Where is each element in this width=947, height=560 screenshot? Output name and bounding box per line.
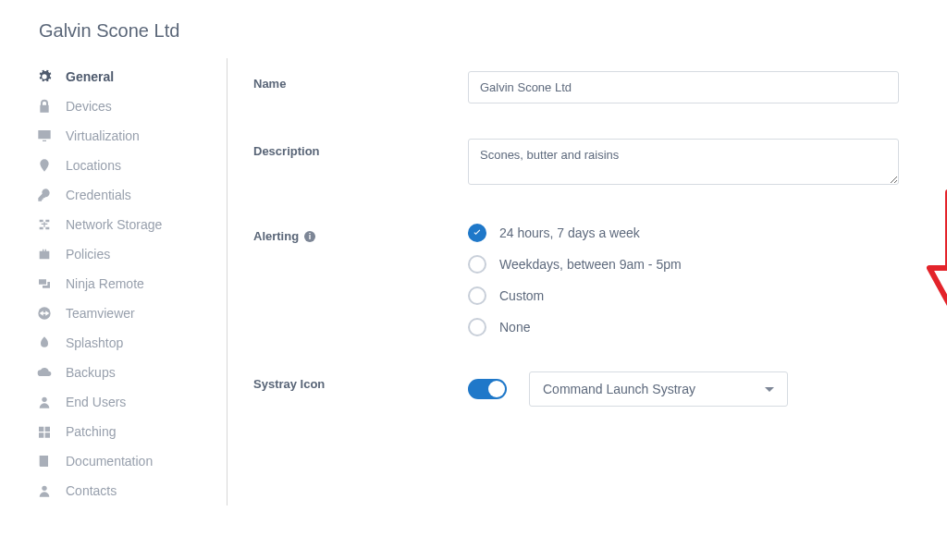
- windows-icon: [35, 424, 54, 439]
- description-label: Description: [253, 139, 468, 158]
- radio-circle: [468, 286, 486, 305]
- sidebar-item-label: Teamviewer: [66, 306, 135, 321]
- sidebar-item-label: General: [66, 69, 114, 84]
- svg-point-1: [42, 397, 46, 402]
- sidebar-item-label: Network Storage: [66, 217, 162, 232]
- sidebar-item-patching[interactable]: Patching: [33, 417, 227, 446]
- sidebar-item-backups[interactable]: Backups: [33, 358, 227, 387]
- sidebar-item-label: Contacts: [66, 483, 117, 498]
- sidebar-item-documentation[interactable]: Documentation: [33, 446, 227, 476]
- chevron-down-icon: [765, 387, 774, 392]
- name-input[interactable]: [468, 71, 899, 103]
- sidebar-item-label: Credentials: [66, 188, 131, 202]
- briefcase-icon: [35, 247, 54, 262]
- remote-icon: [35, 276, 54, 291]
- lock-icon: [35, 99, 54, 114]
- sidebar-item-policies[interactable]: Policies: [33, 239, 227, 269]
- name-label: Name: [253, 71, 468, 91]
- person-icon: [35, 395, 54, 409]
- alerting-option-1[interactable]: Weekdays, between 9am - 5pm: [468, 255, 901, 274]
- alerting-option-2[interactable]: Custom: [468, 286, 901, 305]
- sidebar-item-general[interactable]: General: [33, 62, 227, 91]
- alerting-label: Alerting i: [253, 224, 468, 243]
- sidebar-item-label: Splashtop: [66, 335, 123, 350]
- sidebar-item-credentials[interactable]: Credentials: [33, 180, 227, 210]
- sidebar-item-contacts[interactable]: Contacts: [33, 476, 227, 505]
- radio-circle: [468, 224, 486, 242]
- sidebar-item-label: Locations: [66, 158, 121, 173]
- sidebar-item-label: Policies: [66, 247, 110, 262]
- sidebar-item-ninja-remote[interactable]: Ninja Remote: [33, 269, 227, 298]
- sidebar-item-virtualization[interactable]: Virtualization: [33, 121, 227, 151]
- cloud-icon: [35, 365, 54, 380]
- main-panel: Name Description Alerting i 24 hours, 7 …: [228, 58, 947, 505]
- sidebar-item-locations[interactable]: Locations: [33, 151, 227, 180]
- svg-point-2: [42, 486, 46, 491]
- pin-icon: [35, 158, 54, 173]
- key-icon: [35, 188, 54, 202]
- toggle-knob: [488, 381, 505, 397]
- radio-circle: [468, 318, 486, 336]
- annotation-arrow: [924, 189, 947, 328]
- sidebar-item-teamviewer[interactable]: Teamviewer: [33, 298, 227, 328]
- sidebar-item-label: Devices: [66, 99, 112, 114]
- radio-label: 24 hours, 7 days a week: [499, 225, 640, 240]
- sidebar-item-label: Backups: [66, 365, 116, 380]
- alerting-option-0[interactable]: 24 hours, 7 days a week: [468, 224, 901, 242]
- sidebar-item-label: Patching: [66, 424, 116, 439]
- alerting-option-3[interactable]: None: [468, 318, 901, 336]
- sidebar-item-splashtop[interactable]: Splashtop: [33, 328, 227, 358]
- sidebar-item-end-users[interactable]: End Users: [33, 387, 227, 417]
- sidebar-item-network-storage[interactable]: Network Storage: [33, 210, 227, 239]
- radio-label: Custom: [499, 288, 544, 303]
- person-icon: [35, 483, 54, 498]
- network-icon: [35, 217, 54, 232]
- monitor-icon: [35, 128, 54, 143]
- sidebar-item-label: Documentation: [66, 454, 153, 469]
- info-icon[interactable]: i: [304, 231, 315, 242]
- splashtop-icon: [35, 335, 54, 350]
- book-icon: [35, 454, 54, 469]
- teamviewer-icon: [35, 306, 54, 321]
- systray-select[interactable]: Command Launch Systray: [529, 371, 788, 407]
- alerting-radio-group: 24 hours, 7 days a weekWeekdays, between…: [468, 224, 901, 336]
- sidebar-item-label: Ninja Remote: [66, 276, 144, 291]
- sidebar: GeneralDevicesVirtualizationLocationsCre…: [33, 58, 228, 505]
- radio-label: Weekdays, between 9am - 5pm: [499, 257, 682, 272]
- gear-icon: [35, 69, 54, 84]
- systray-label: Systray Icon: [253, 371, 468, 391]
- systray-select-value: Command Launch Systray: [543, 382, 695, 396]
- page-title: Galvin Scone Ltd: [0, 0, 947, 58]
- radio-label: None: [499, 320, 530, 335]
- radio-circle: [468, 255, 486, 274]
- systray-toggle[interactable]: [468, 379, 507, 399]
- sidebar-item-label: Virtualization: [66, 128, 140, 143]
- sidebar-item-label: End Users: [66, 395, 126, 409]
- description-textarea[interactable]: [468, 139, 899, 185]
- sidebar-item-devices[interactable]: Devices: [33, 91, 227, 121]
